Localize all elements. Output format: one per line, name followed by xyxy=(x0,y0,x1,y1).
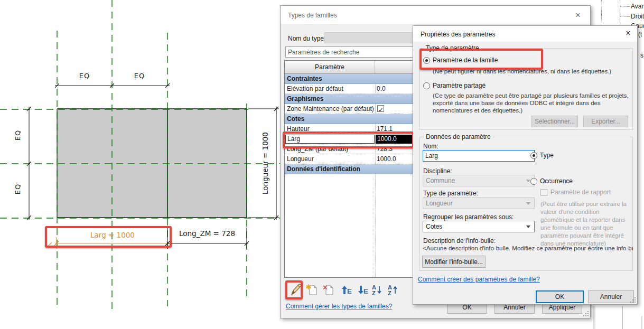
resize-grip[interactable] xyxy=(583,311,590,318)
dim-label-eq[interactable]: EQ xyxy=(14,184,22,194)
new-parameter-icon[interactable]: ✱ xyxy=(305,283,319,297)
shared-parameter-radio[interactable] xyxy=(423,82,430,89)
tooltip-description-label: Description de l'info-bulle: xyxy=(423,237,496,245)
chevron-down-icon xyxy=(526,225,530,228)
family-parameter-radio[interactable] xyxy=(423,57,430,64)
edit-pencil-icon[interactable] xyxy=(289,283,303,297)
parameter-type-dropdown[interactable]: Longueur xyxy=(423,198,535,209)
section-label: Graphismes xyxy=(287,95,323,102)
parameter-properties-dialog: Propriétés des paramètres × Type de para… xyxy=(413,25,638,305)
modify-tooltip-button[interactable]: Modifier l'info-bulle... xyxy=(422,256,486,268)
row-value[interactable]: 171.1 xyxy=(377,124,393,134)
row-label: Elévation par défaut xyxy=(287,84,374,93)
sort-descending-icon[interactable]: A Z xyxy=(386,283,400,297)
row-label: Hauteur xyxy=(287,124,374,134)
shared-parameter-radio-label[interactable]: Paramètre partagé xyxy=(433,82,486,89)
row-value[interactable]: 728.3 xyxy=(377,144,393,154)
chevron-down-icon xyxy=(526,180,530,182)
panel-edge-line xyxy=(641,316,642,329)
parameter-properties-title: Propriétés des paramètres xyxy=(421,31,495,38)
report-parameter-desc: (Peut être utilisé pour extraire la vale… xyxy=(540,200,631,248)
family-types-title: Types de familles xyxy=(288,12,337,19)
svg-text:Z: Z xyxy=(372,290,376,296)
svg-text:Z: Z xyxy=(388,290,391,296)
svg-text:✱: ✱ xyxy=(306,283,312,291)
group-under-dropdown[interactable]: Cotes xyxy=(423,221,535,232)
drawing-canvas: EQ EQ EQ EQ Longueur = 1000 Larg = xyxy=(0,0,280,329)
resize-grip[interactable] xyxy=(630,297,637,304)
dim-label-eq[interactable]: EQ xyxy=(14,130,22,140)
report-parameter-checkbox[interactable] xyxy=(540,189,547,196)
close-icon[interactable]: × xyxy=(573,11,583,20)
group-under-label: Regrouper les paramètres sous: xyxy=(423,213,514,221)
sort-ascending-icon[interactable]: A Z xyxy=(370,283,384,297)
close-icon[interactable]: × xyxy=(623,29,633,38)
type-radio[interactable] xyxy=(530,152,537,159)
larg-name-edit-cell[interactable]: Larg xyxy=(285,135,375,144)
shared-parameter-desc: (Ce type de paramètre peut être partagé … xyxy=(433,92,634,114)
section-label: Cotes xyxy=(287,115,304,123)
group-under-value: Cotes xyxy=(426,223,442,230)
type-radio-label[interactable]: Type xyxy=(540,152,554,159)
column-header-parametre[interactable]: Paramètre xyxy=(285,61,375,73)
tree-guide-line xyxy=(601,0,602,24)
chevron-down-icon xyxy=(526,202,530,205)
svg-text:E: E xyxy=(347,287,352,295)
tooltip-description-text: <Aucune description d'info-bulle. Modifi… xyxy=(423,245,633,251)
parameter-properties-ok-button[interactable]: OK xyxy=(536,290,584,303)
name-label: Nom: xyxy=(423,143,438,150)
parameter-data-legend: Données de paramètre xyxy=(424,133,493,140)
type-parameter-legend: Type de paramètre xyxy=(424,44,481,52)
dim-label-larg[interactable]: Larg = 1000 xyxy=(90,231,135,239)
tree-connector xyxy=(620,16,630,17)
parameter-type-label: Type de paramètre: xyxy=(423,190,478,197)
dim-label-eq[interactable]: EQ xyxy=(79,72,90,80)
family-parameter-radio-label[interactable]: Paramètre de la famille xyxy=(433,57,498,64)
dim-label-eq[interactable]: EQ xyxy=(134,72,145,80)
row-label: Zone Maintenance (par défaut) xyxy=(287,104,374,114)
family-parameter-desc: (Ne peut figurer ni dans les nomenclatur… xyxy=(433,68,631,74)
zone-maintenance-checkbox[interactable] xyxy=(377,105,384,112)
tree-item-fragment: s xyxy=(640,52,643,59)
report-parameter-checkbox-label: Paramètre de rapport xyxy=(550,189,611,196)
name-type-label: Nom du type: xyxy=(288,35,325,42)
app-canvas: Avant Droite Gauche (t s xyxy=(0,0,644,329)
panel-edge-line xyxy=(622,306,623,329)
export-shared-parameter-button[interactable]: Exporter... xyxy=(583,116,628,127)
tree-item-avant[interactable]: Avant xyxy=(631,3,644,10)
move-up-icon[interactable]: E xyxy=(338,283,351,297)
row-label: Long_ZM (par défaut) xyxy=(287,144,374,154)
row-value[interactable]: 0.0 xyxy=(377,84,386,93)
svg-text:E: E xyxy=(363,287,368,295)
row-label: Longueur xyxy=(287,154,374,164)
discipline-label: Discipline: xyxy=(423,167,452,175)
manage-family-types-help-link[interactable]: Comment gérer les types de familles? xyxy=(286,303,392,310)
tree-item-fragment: (t xyxy=(638,31,642,38)
parameter-name-input[interactable] xyxy=(423,150,535,162)
dim-label-longueur[interactable]: Longueur = 1000 xyxy=(261,132,269,194)
section-label: Données d'identification xyxy=(287,165,360,173)
dimension-left-eq[interactable] xyxy=(27,107,31,220)
occurrence-radio[interactable] xyxy=(530,178,537,185)
discipline-dropdown[interactable]: Commune xyxy=(423,175,535,186)
create-family-parameters-help-link[interactable]: Comment créer des paramètres de famille? xyxy=(418,276,540,283)
parameter-type-value: Longueur xyxy=(426,200,453,207)
row-value[interactable]: 1000.0 xyxy=(377,154,396,164)
tree-connector xyxy=(620,6,630,7)
parameter-properties-cancel-button[interactable]: Annuler xyxy=(588,290,634,303)
select-shared-parameter-button[interactable]: Sélectionner... xyxy=(531,116,578,127)
delete-parameter-icon[interactable]: ✕ xyxy=(322,283,335,297)
discipline-value: Commune xyxy=(426,177,455,184)
tree-guide-line xyxy=(620,0,620,24)
svg-text:✕: ✕ xyxy=(322,284,328,292)
tree-item-droite[interactable]: Droite xyxy=(631,13,644,20)
extrusion-shape[interactable] xyxy=(57,109,247,218)
panel-edge-line xyxy=(593,306,595,329)
dim-label-long-zm[interactable]: Long_ZM = 728 xyxy=(179,229,235,238)
move-down-icon[interactable]: E xyxy=(354,283,368,297)
section-label: Contraintes xyxy=(287,75,322,82)
occurrence-radio-label[interactable]: Occurrence xyxy=(540,177,573,185)
larg-value-selected-cell[interactable]: 1000.0 xyxy=(376,135,415,144)
